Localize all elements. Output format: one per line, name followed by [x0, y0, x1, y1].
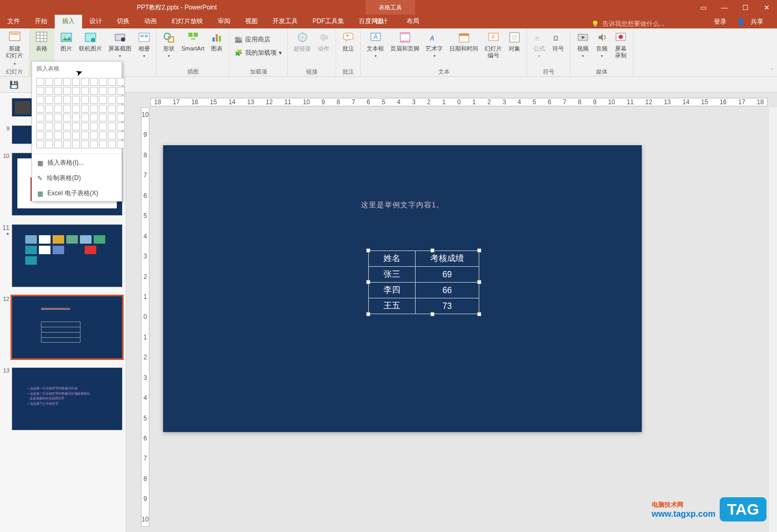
svg-rect-2: [36, 32, 47, 42]
album-button[interactable]: 相册▾: [135, 30, 153, 59]
close-icon[interactable]: ✕: [756, 0, 777, 15]
minimize-icon[interactable]: —: [714, 0, 735, 15]
screen-record-icon: [614, 31, 627, 44]
svg-rect-22: [219, 36, 221, 42]
svg-text:A: A: [374, 33, 378, 41]
equation-button[interactable]: π公式▾: [530, 30, 548, 59]
qat-save-icon[interactable]: 💾: [9, 81, 18, 89]
online-picture-icon: [84, 31, 97, 44]
wordart-icon: A: [428, 31, 441, 44]
table-cell[interactable]: 69: [416, 267, 479, 283]
table-header[interactable]: 姓名: [369, 251, 416, 267]
table-cell[interactable]: 王五: [369, 298, 416, 314]
svg-text:+: +: [346, 32, 349, 39]
svg-text:A: A: [429, 35, 435, 42]
svg-text:#: #: [491, 33, 495, 41]
tab-review[interactable]: 审阅: [210, 14, 238, 28]
textbox-button[interactable]: A文本框▾: [364, 30, 387, 59]
header-footer-icon: [399, 31, 411, 44]
tab-design[interactable]: 设计: [82, 14, 109, 28]
tab-slideshow[interactable]: 幻灯片放映: [164, 14, 210, 28]
insert-table-menuitem[interactable]: ▦插入表格(I)...: [32, 155, 122, 170]
slide-table[interactable]: 姓名考核成绩 张三69 李四66 王五73: [368, 250, 479, 314]
svg-text:π: π: [535, 35, 539, 42]
excel-table-menuitem[interactable]: ▦Excel 电子表格(X): [32, 186, 122, 201]
equation-icon: π: [533, 31, 546, 44]
object-button[interactable]: 对象: [506, 30, 523, 53]
table-header[interactable]: 考核成绩: [416, 251, 479, 267]
table-cell[interactable]: 张三: [369, 267, 416, 283]
context-tab-design[interactable]: 设计: [366, 14, 397, 28]
tab-insert[interactable]: 插入: [55, 14, 82, 28]
svg-rect-21: [216, 34, 218, 42]
svg-rect-20: [213, 37, 215, 42]
hyperlink-button[interactable]: 超链接: [291, 30, 314, 53]
tab-home[interactable]: 开始: [27, 14, 55, 28]
video-button[interactable]: 视频▾: [574, 30, 592, 59]
shapes-button[interactable]: 形状▾: [160, 30, 178, 59]
tab-pdf[interactable]: PDF工具集: [305, 14, 351, 28]
context-tab-layout[interactable]: 布局: [397, 14, 429, 28]
new-slide-icon: [8, 31, 21, 44]
share-button[interactable]: 👤 共享: [733, 15, 772, 28]
table-cell[interactable]: 李四: [369, 283, 416, 298]
new-slide-button[interactable]: 新建 幻灯片▾: [3, 30, 26, 67]
svg-point-8: [63, 35, 65, 37]
excel-icon: ▦: [37, 190, 43, 197]
slide-canvas[interactable]: 1817161514131211109876543210123456789101…: [126, 93, 777, 532]
ribbon-options-icon[interactable]: ▭: [693, 0, 714, 15]
table-size-grid[interactable]: [32, 76, 122, 153]
tab-developer[interactable]: 开发工具: [265, 14, 305, 28]
collapse-ribbon-icon[interactable]: ˇ: [771, 68, 773, 74]
my-addins-button[interactable]: 🧩我的加载项 ▾: [233, 47, 284, 58]
slide-title[interactable]: 这里是举例文字内容1。: [163, 200, 642, 210]
action-button[interactable]: 动作: [315, 30, 332, 53]
current-slide[interactable]: 这里是举例文字内容1。 姓名考核成绩 张三69 李四66 王五73: [163, 145, 642, 432]
login-button[interactable]: 登录: [710, 15, 731, 28]
svg-rect-18: [188, 33, 193, 37]
svg-rect-15: [145, 35, 148, 37]
table-dropdown-menu: 插入表格 ▦插入表格(I)... ✎绘制表格(D) ▦Excel 电子表格(X): [32, 61, 122, 202]
horizontal-ruler: 1817161514131211109876543210123456789101…: [150, 98, 768, 106]
vertical-scrollbar[interactable]: [768, 107, 777, 532]
tell-me[interactable]: 💡告诉我您想要做什么...: [591, 19, 664, 28]
comment-icon: +: [342, 31, 355, 44]
context-tool-label: 表格工具: [366, 0, 415, 15]
title-bar: PPT教程2.pptx - PowerPoint 表格工具 ▭ — ☐ ✕: [0, 0, 777, 15]
picture-button[interactable]: 图片: [57, 30, 75, 53]
audio-icon: [596, 31, 608, 44]
svg-rect-33: [459, 34, 469, 36]
chart-button[interactable]: 图表: [208, 30, 226, 53]
online-picture-button[interactable]: 联机图片: [76, 30, 105, 53]
table-cell[interactable]: 73: [416, 298, 479, 314]
hyperlink-icon: [296, 31, 309, 44]
svg-rect-19: [194, 33, 198, 37]
svg-rect-29: [400, 33, 410, 34]
maximize-icon[interactable]: ☐: [735, 0, 756, 15]
smartart-button[interactable]: SmartArt: [179, 30, 207, 53]
draw-table-menuitem[interactable]: ✎绘制表格(D): [32, 170, 122, 186]
symbol-button[interactable]: Ω符号: [549, 30, 567, 53]
smartart-icon: [187, 31, 199, 44]
screenshot-button[interactable]: 屏幕截图▾: [106, 30, 134, 59]
document-title: PPT教程2.pptx - PowerPoint: [137, 3, 217, 12]
action-icon: [317, 31, 330, 44]
pencil-icon: ✎: [37, 175, 43, 182]
screen-record-button[interactable]: 屏幕 录制: [612, 30, 630, 61]
textbox-icon: A: [369, 31, 382, 44]
wordart-button[interactable]: A艺术字▾: [423, 30, 446, 59]
album-icon: [138, 31, 150, 44]
slide-number-button[interactable]: #幻灯片 编号: [482, 30, 504, 61]
datetime-button[interactable]: 日期和时间: [447, 30, 481, 53]
header-footer-button[interactable]: 页眉和页脚: [388, 30, 422, 53]
chart-icon: [210, 31, 223, 44]
table-cell[interactable]: 66: [416, 283, 479, 298]
svg-point-10: [90, 37, 96, 43]
tab-transitions[interactable]: 切换: [109, 14, 137, 28]
tab-animations[interactable]: 动画: [137, 14, 164, 28]
tab-view[interactable]: 视图: [238, 14, 265, 28]
tab-file[interactable]: 文件: [0, 14, 27, 28]
store-button[interactable]: 🏬应用商店: [233, 34, 284, 45]
comment-button[interactable]: +批注: [339, 30, 357, 53]
audio-button[interactable]: 音频▾: [593, 30, 611, 59]
